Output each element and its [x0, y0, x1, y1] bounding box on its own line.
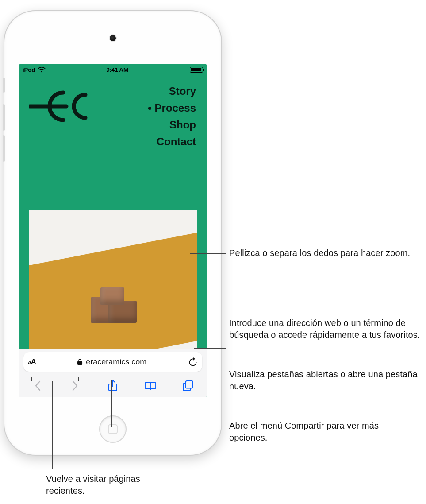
webpage-hero-image [29, 210, 197, 349]
callout-tabs: Visualiza pestañas abiertas o abre una p… [229, 368, 419, 392]
side-button [3, 78, 5, 93]
reload-button[interactable] [188, 357, 198, 367]
nav-item-shop[interactable]: Shop [148, 116, 196, 133]
url-domain: eraceramics.com [86, 357, 146, 367]
site-logo [29, 86, 95, 126]
leader-line [31, 377, 32, 381]
device-screen: iPod 9:41 AM [19, 64, 207, 397]
browser-toolbar [19, 374, 207, 397]
url-bar-container: AA eraceramics.com [19, 349, 207, 374]
leader-line [111, 427, 226, 427]
nav-item-contact[interactable]: Contact [148, 133, 196, 150]
nav-item-story[interactable]: Story [148, 83, 196, 100]
volume-down-button [3, 135, 5, 162]
bookmarks-button[interactable] [141, 376, 160, 395]
forward-button[interactable] [65, 376, 85, 395]
callout-urlbar: Introduce una dirección web o un término… [229, 317, 424, 341]
leader-line [111, 380, 112, 427]
callout-share: Abre el menú Compartir para ver más opci… [229, 420, 419, 444]
leader-line [52, 381, 53, 469]
nav-item-process[interactable]: Process [148, 100, 196, 116]
wifi-icon [38, 67, 45, 72]
leader-line [31, 381, 78, 381]
share-button[interactable] [103, 376, 123, 395]
leader-line [190, 253, 226, 254]
callout-zoom: Pellizca o separa los dedos para hacer z… [229, 247, 415, 259]
ipod-device-frame: iPod 9:41 AM [4, 11, 221, 455]
webpage-viewport[interactable]: Story Process Shop Contact [19, 75, 207, 349]
home-button[interactable] [99, 415, 127, 443]
url-bar[interactable]: AA eraceramics.com [23, 352, 202, 372]
leader-line [194, 348, 226, 349]
callout-history: Vuelve a visitar páginas recientes. [46, 473, 179, 497]
battery-icon [190, 67, 203, 73]
site-nav: Story Process Shop Contact [148, 83, 196, 150]
volume-up-button [3, 104, 5, 131]
status-carrier: iPod [23, 66, 35, 73]
leader-line [188, 376, 226, 376]
tabs-button[interactable] [178, 376, 198, 395]
status-time: 9:41 AM [106, 66, 128, 73]
front-camera [110, 35, 116, 41]
svg-rect-2 [185, 381, 193, 388]
status-bar: iPod 9:41 AM [19, 64, 207, 75]
reader-aa-button[interactable]: AA [28, 358, 36, 366]
back-button[interactable] [28, 376, 47, 395]
active-dot-icon [148, 107, 151, 110]
leader-line [78, 377, 79, 381]
lock-icon [77, 358, 83, 365]
